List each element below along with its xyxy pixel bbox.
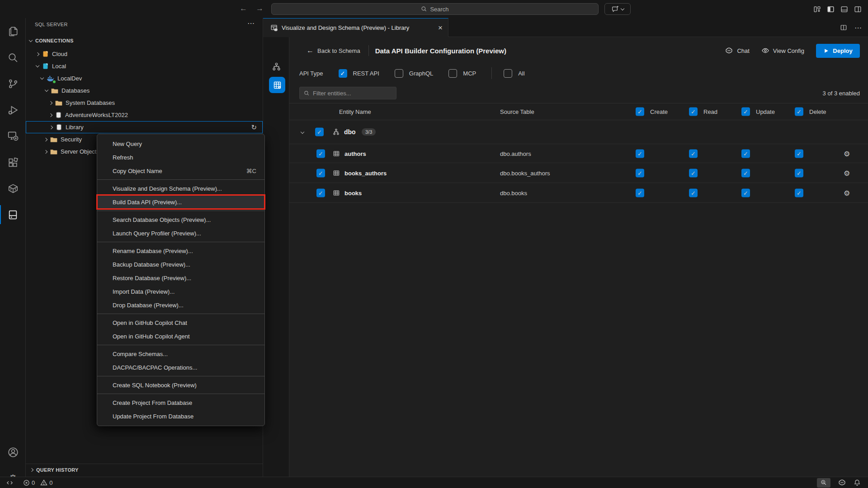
chat-button[interactable]: Chat (725, 47, 749, 55)
menu-item-dacpac-bacpac[interactable]: DACPAC/BACPAC Operations... (97, 361, 264, 374)
menu-item-create-sql-notebook[interactable]: Create SQL Notebook (Preview) (97, 378, 264, 392)
activity-explorer[interactable] (0, 18, 26, 44)
problems-warnings[interactable]: 0 (40, 479, 52, 486)
refresh-icon[interactable]: ↻ (251, 123, 257, 131)
toggle-panel-icon[interactable] (840, 5, 848, 13)
bell-icon[interactable] (854, 479, 861, 486)
activity-source-control[interactable] (0, 70, 26, 97)
more-actions-icon[interactable]: ⋯ (854, 23, 862, 32)
tab-visualize-design-schema[interactable]: Visualize and Design Schema (Preview) - … (263, 18, 448, 37)
update-checkbox[interactable] (741, 149, 750, 158)
tree-item-databases[interactable]: Databases (26, 84, 263, 97)
read-checkbox[interactable] (689, 149, 698, 158)
rest-api-checkbox[interactable] (339, 69, 347, 78)
menu-item-copy-object-name[interactable]: Copy Object Name ⌘C (97, 164, 264, 178)
deploy-button[interactable]: Deploy (816, 44, 860, 58)
menu-item-new-query[interactable]: New Query (97, 137, 264, 150)
account-button[interactable] (0, 446, 26, 458)
menu-item-rename-database[interactable]: Rename Database (Preview)... (97, 244, 264, 258)
toggle-secondary-sidebar-icon[interactable] (854, 5, 862, 13)
graphql-checkbox[interactable] (395, 69, 403, 78)
tree-item-system-databases[interactable]: System Databases (26, 97, 263, 109)
menu-item-search-database-objects[interactable]: Search Database Objects (Preview)... (97, 213, 264, 226)
row-checkbox[interactable] (316, 149, 325, 158)
history-forward-icon[interactable]: → (256, 4, 264, 13)
customize-layout-icon[interactable] (813, 5, 821, 13)
tree-item-adventureworks[interactable]: AdventureWorksLT2022 (26, 109, 263, 121)
delete-checkbox[interactable] (795, 189, 803, 197)
update-all-checkbox[interactable] (741, 108, 750, 116)
menu-item-drop-database[interactable]: Drop Database (Preview)... (97, 298, 264, 312)
delete-checkbox[interactable] (795, 169, 803, 178)
activity-sql-server[interactable] (0, 202, 26, 228)
filter-entities-input[interactable] (299, 87, 396, 99)
menu-item-refresh[interactable]: Refresh (97, 150, 264, 164)
delete-all-checkbox[interactable] (795, 108, 803, 116)
chevron-down-icon[interactable] (301, 130, 304, 134)
tree-item-library[interactable]: Library ↻ (26, 121, 263, 133)
more-actions-icon[interactable]: ⋯ (247, 19, 255, 28)
row-settings-gear-icon[interactable]: ⚙ (844, 189, 850, 197)
all-checkbox[interactable] (504, 69, 512, 78)
data-api-config-tool-button[interactable] (269, 77, 285, 93)
api-option-graphql[interactable]: GraphQL (395, 69, 433, 78)
delete-checkbox[interactable] (795, 149, 803, 158)
menu-item-open-copilot-chat[interactable]: Open in GitHub Copilot Chat (97, 316, 264, 329)
copilot-menu-button[interactable] (604, 3, 631, 15)
row-checkbox[interactable] (316, 189, 325, 197)
activity-containers[interactable] (0, 175, 26, 202)
tree-item-local[interactable]: Local (26, 60, 263, 72)
create-checkbox[interactable] (636, 169, 644, 178)
split-editor-icon[interactable] (840, 24, 847, 31)
tree-item-cloud[interactable]: Cloud (26, 48, 263, 60)
create-all-checkbox[interactable] (636, 108, 644, 116)
menu-item-launch-query-profiler[interactable]: Launch Query Profiler (Preview)... (97, 226, 264, 240)
activity-search[interactable] (0, 44, 26, 70)
history-back-icon[interactable]: ← (240, 4, 247, 13)
activity-remote-explorer[interactable] (0, 123, 26, 149)
query-history-section-header[interactable]: QUERY HISTORY (26, 464, 263, 475)
create-checkbox[interactable] (636, 189, 644, 197)
row-checkbox[interactable] (316, 169, 325, 178)
zoom-in-status-button[interactable] (817, 478, 830, 488)
connections-section-header[interactable]: CONNECTIONS (26, 35, 263, 46)
menu-item-visualize-design-schema[interactable]: Visualize and Design Schema (Preview)... (97, 182, 264, 195)
read-all-checkbox[interactable] (689, 108, 698, 116)
problems-errors[interactable]: 0 (23, 479, 35, 486)
schema-diagram-tool-icon[interactable] (272, 62, 281, 71)
read-checkbox[interactable] (689, 169, 698, 178)
back-to-schema-link[interactable]: ← Back to Schema (307, 47, 360, 55)
menu-item-backup-database[interactable]: Backup Database (Preview)... (97, 258, 264, 271)
read-checkbox[interactable] (689, 189, 698, 197)
menu-item-compare-schemas[interactable]: Compare Schemas... (97, 347, 264, 361)
menu-item-open-copilot-agent[interactable]: Open in GitHub Copilot Agent (97, 329, 264, 343)
activity-extensions[interactable] (0, 149, 26, 175)
schema-group-row-dbo[interactable]: dbo 3/3 (289, 122, 868, 142)
global-search-input[interactable]: Search (271, 3, 599, 15)
update-checkbox[interactable] (741, 169, 750, 178)
toggle-primary-sidebar-icon[interactable] (827, 5, 835, 13)
menu-item-import-data[interactable]: Import Data (Preview)... (97, 285, 264, 298)
dbo-group-checkbox[interactable] (315, 128, 324, 136)
update-checkbox[interactable] (741, 189, 750, 197)
create-checkbox[interactable] (636, 149, 644, 158)
row-settings-gear-icon[interactable]: ⚙ (844, 149, 850, 158)
copilot-status-icon[interactable] (838, 479, 846, 487)
filter-input[interactable] (313, 90, 392, 97)
api-option-mcp[interactable]: MCP (448, 69, 476, 78)
menu-item-restore-database[interactable]: Restore Database (Preview)... (97, 271, 264, 285)
menu-item-update-project[interactable]: Update Project From Database (97, 409, 264, 423)
tree-item-label: Local (52, 63, 66, 70)
tree-item-localdev[interactable]: LocalDev (26, 72, 263, 84)
view-config-button[interactable]: View Config (761, 47, 804, 55)
menu-item-build-data-api[interactable]: Build Data API (Preview)... (97, 195, 264, 209)
menu-item-create-project[interactable]: Create Project From Database (97, 396, 264, 409)
api-option-all[interactable]: All (504, 69, 524, 78)
mcp-checkbox[interactable] (448, 69, 457, 78)
remote-indicator[interactable] (6, 479, 13, 486)
activity-run-debug[interactable] (0, 97, 26, 123)
api-option-rest[interactable]: REST API (339, 69, 379, 78)
row-settings-gear-icon[interactable]: ⚙ (844, 169, 850, 178)
close-icon[interactable]: × (438, 23, 443, 33)
activity-bar: ⚙ (0, 18, 26, 477)
